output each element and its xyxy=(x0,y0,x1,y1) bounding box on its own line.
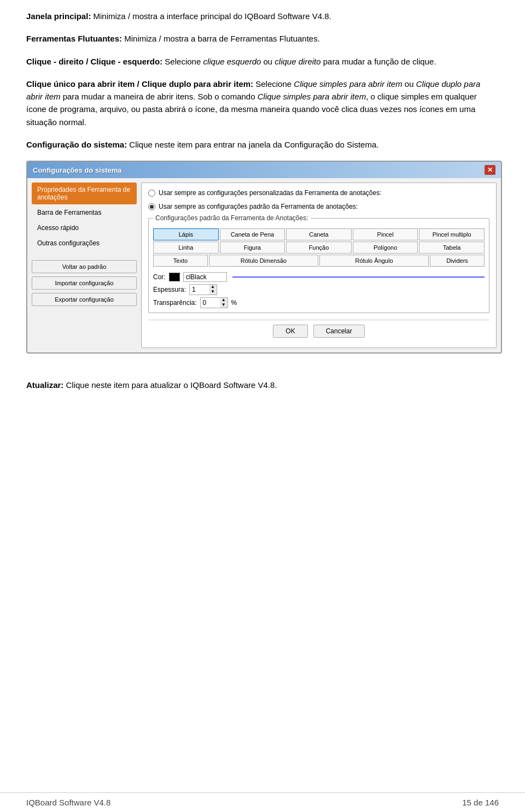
label-configuracao-sistema: Configuração do sistema: xyxy=(26,140,127,149)
quote-simples-abrir: Clique simples para abrir item xyxy=(294,79,402,89)
dialog-wrapper: Configurações do sistema ✕ Propriedades … xyxy=(26,161,499,354)
transparency-row: Transparência: ▲ ▼ % xyxy=(153,297,485,308)
transparency-spinbox-btns: ▲ ▼ xyxy=(220,297,228,308)
footer-page: 15 de 146 xyxy=(462,798,499,807)
quote-clique-direito: clique direito xyxy=(275,57,320,66)
transparency-label: Transparência: xyxy=(153,299,197,307)
text-configuracao-sistema: Clique neste item para entrar na janela … xyxy=(127,140,378,149)
quote-simples-abrir-2: Clique simples para abrir item xyxy=(258,92,366,101)
color-label: Cor: xyxy=(153,273,166,281)
text-atualizar: Clique neste item para atualizar o IQBoa… xyxy=(63,380,277,390)
paragraph-atualizar: Atualizar: Clique neste item para atuali… xyxy=(26,379,499,391)
text-cu-end1: para mudar a maneira de abrir itens. Sob… xyxy=(61,92,258,101)
bottom-content: Atualizar: Clique neste item para atuali… xyxy=(0,369,525,391)
text-cu1: Selecione xyxy=(253,79,294,89)
thickness-label: Espessura: xyxy=(153,286,186,293)
label-ferramentas-flutuantes: Ferramentas Flutuantes: xyxy=(26,34,122,43)
radio-padrao-label: Usar sempre as configurações padrão da F… xyxy=(159,202,358,211)
thickness-input[interactable] xyxy=(189,284,209,295)
tool-funcao[interactable]: Função xyxy=(286,242,352,254)
transparency-input[interactable] xyxy=(200,297,220,308)
label-atualizar: Atualizar: xyxy=(26,380,63,390)
color-swatch[interactable] xyxy=(169,273,180,281)
text-clique-ou: ou xyxy=(261,57,275,66)
paragraph-ferramentas-flutuantes: Ferramentas Flutuantes: Minimiza / mostr… xyxy=(26,32,499,45)
tool-poligono[interactable]: Polígono xyxy=(353,242,418,254)
thickness-row: Espessura: ▲ ▼ xyxy=(153,284,485,295)
tool-lapis[interactable]: Lápis xyxy=(153,228,219,240)
dialog-body: Propriedades da Ferramenta de anotações … xyxy=(27,178,501,352)
tools-row1: Lápis Caneta de Pena Caneta Pincel Pince… xyxy=(153,228,485,240)
sidebar-item-propriedades[interactable]: Propriedades da Ferramenta de anotações xyxy=(32,183,137,204)
config-group-box: Configurações padrão da Ferramenta de An… xyxy=(148,218,489,313)
text-cu-ou: ou xyxy=(402,79,416,89)
tool-figura[interactable]: Figura xyxy=(220,242,285,254)
transparency-percent: % xyxy=(231,299,237,307)
tools-row2: Linha Figura Função Polígono Tabela xyxy=(153,242,485,254)
sidebar-item-barra-ferramentas[interactable]: Barra de Ferramentas xyxy=(32,205,137,220)
cancel-button[interactable]: Cancelar xyxy=(313,325,365,338)
dialog-title: Configurações do sistema xyxy=(33,166,122,174)
text-clique-direcao-pre: Selecione xyxy=(162,57,203,66)
voltar-padrao-button[interactable]: Voltar ao padrão xyxy=(32,260,137,273)
radio-padrao-row: Usar sempre as configurações padrão da F… xyxy=(148,202,489,211)
tool-linha[interactable]: Linha xyxy=(153,242,219,254)
label-clique-unico: Clique único para abrir item / Clique du… xyxy=(26,79,253,89)
tool-rotulo-dimensao[interactable]: Rótulo Dimensão xyxy=(209,255,318,267)
transparency-down-btn[interactable]: ▼ xyxy=(220,303,228,308)
dialog-titlebar: Configurações do sistema ✕ xyxy=(27,162,501,178)
importar-config-button[interactable]: Importar configuração xyxy=(32,276,137,290)
radio-personalizado-row: Usar sempre as configurações personaliza… xyxy=(148,189,489,198)
color-line-separator xyxy=(232,276,485,278)
radio-personalizado-icon[interactable] xyxy=(148,190,155,197)
dialog-configuracoes: Configurações do sistema ✕ Propriedades … xyxy=(26,161,502,354)
tool-rotulo-angulo[interactable]: Rótulo Ângulo xyxy=(319,255,429,267)
paragraph-configuracao-sistema: Configuração do sistema: Clique neste it… xyxy=(26,138,499,151)
thickness-spinbox: ▲ ▼ xyxy=(189,284,217,295)
radio-padrao-icon[interactable] xyxy=(148,203,155,210)
sidebar-action-buttons: Voltar ao padrão Importar configuração E… xyxy=(32,260,137,306)
exportar-config-button[interactable]: Exportar configuração xyxy=(32,293,137,306)
dialog-main-content: Usar sempre as configurações personaliza… xyxy=(141,183,497,348)
tool-caneta-pena[interactable]: Caneta de Pena xyxy=(220,228,285,240)
color-row: Cor: clBlack xyxy=(153,272,485,282)
text-janela-principal: Minimiza / mostra a interface principal … xyxy=(91,11,331,21)
config-group-legend: Configurações padrão da Ferramenta de An… xyxy=(153,214,311,222)
tool-dividers[interactable]: Dividers xyxy=(430,255,485,267)
tool-texto[interactable]: Texto xyxy=(153,255,208,267)
sidebar-item-outras-config[interactable]: Outras configurações xyxy=(32,236,137,250)
sidebar-item-acesso-rapido[interactable]: Acesso rápido xyxy=(32,221,137,235)
text-ferramentas-flutuantes: Minimiza / mostra a barra de Ferramentas… xyxy=(122,34,320,43)
paragraph-clique-unico: Clique único para abrir item / Clique du… xyxy=(26,78,499,128)
paragraph-janela-principal: Janela principal: Minimiza / mostra a in… xyxy=(26,10,499,22)
thickness-spinbox-btns: ▲ ▼ xyxy=(209,284,217,295)
tool-pincel[interactable]: Pincel xyxy=(353,228,418,240)
transparency-spinbox: ▲ ▼ xyxy=(200,297,228,308)
color-select[interactable]: clBlack xyxy=(183,272,227,282)
color-dropdown-wrapper: clBlack xyxy=(183,272,227,282)
dialog-close-button[interactable]: ✕ xyxy=(485,165,495,175)
thickness-down-btn[interactable]: ▼ xyxy=(209,290,217,295)
text-clique-direcao-end: para mudar a função de clique. xyxy=(321,57,436,66)
footer-title: IQBoard Software V4.8 xyxy=(26,798,110,807)
tools-row3: Texto Rótulo Dimensão Rótulo Ângulo Divi… xyxy=(153,255,485,267)
label-janela-principal: Janela principal: xyxy=(26,11,91,21)
tool-caneta[interactable]: Caneta xyxy=(286,228,352,240)
ok-button[interactable]: OK xyxy=(273,325,307,338)
dialog-sidebar: Propriedades da Ferramenta de anotações … xyxy=(32,183,141,348)
label-clique-direcao: Clique - direito / Clique - esquerdo: xyxy=(26,57,162,66)
tool-pincel-multiplo[interactable]: Pincel multiplo xyxy=(419,228,485,240)
footer-bar: IQBoard Software V4.8 15 de 146 xyxy=(0,792,525,812)
tool-tabela[interactable]: Tabela xyxy=(419,242,485,254)
paragraph-clique-direcao: Clique - direito / Clique - esquerdo: Se… xyxy=(26,55,499,68)
radio-personalizado-label: Usar sempre as configurações personaliza… xyxy=(159,189,382,198)
dialog-footer-buttons: OK Cancelar xyxy=(148,320,489,342)
quote-clique-esquerdo: clique esquerdo xyxy=(203,57,261,66)
